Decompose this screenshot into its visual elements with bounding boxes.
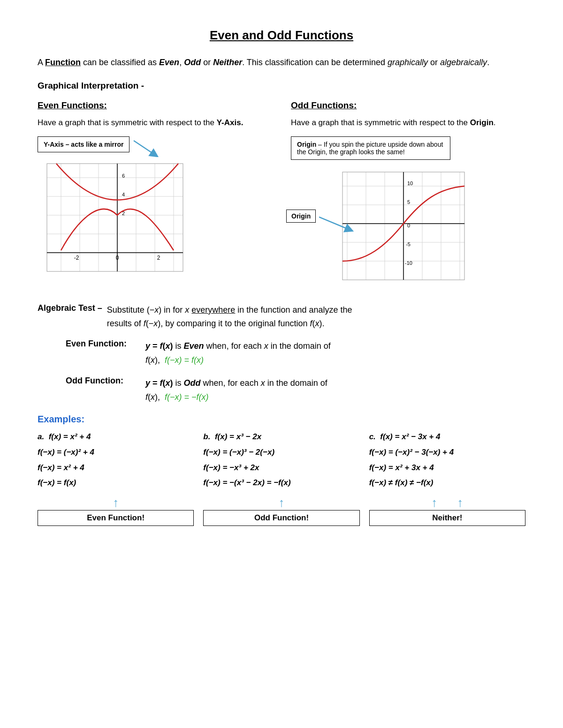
odd-arrow: ↑ [278,495,284,510]
example-a-label: a. f(x) = x² + 4 [38,432,194,442]
word-algebraically: algebraically [440,58,487,67]
neither-arrow-2: ↑ [457,495,463,510]
algebraic-desc: Substitute (−x) in for x everywhere in t… [107,303,352,330]
word-odd: Odd [184,58,201,67]
svg-line-0 [134,141,155,155]
y-axis-arrow [131,138,160,157]
algebraic-heading-row: Algebraic Test – Substitute (−x) in for … [38,303,525,330]
odd-col: Odd Functions: Have a graph that is symm… [291,100,525,289]
example-b-col: b. f(x) = x³ − 2x f(−x) = (−x)³ − 2(−x) … [203,432,359,526]
even-function-graph: -2 0 2 6 4 2 [38,159,188,281]
algebraic-label: Algebraic Test – [38,303,102,313]
odd-rule-label: Odd Function: [66,376,141,386]
example-c-line1: f(−x) = (−x)² − 3(−x) + 4 [369,445,525,460]
example-c-label: c. f(x) = x² − 3x + 4 [369,432,525,442]
example-b-line1: f(−x) = (−x)³ − 2(−x) [203,445,359,460]
example-a-line1: f(−x) = (−x)² + 4 [38,445,194,460]
even-result-box: Even Function! [38,510,194,526]
svg-text:6: 6 [122,173,125,179]
example-c-line2: f(−x) = x² + 3x + 4 [369,461,525,475]
examples-heading: Examples: [38,414,525,425]
even-col-desc: Have a graph that is symmetric with resp… [38,116,272,129]
svg-text:-2: -2 [74,255,79,261]
origin-label-box: Origin [286,210,316,223]
svg-text:0: 0 [116,255,119,261]
odd-col-title: Odd Functions: [291,100,525,111]
origin-annotation-box: Origin – If you spin the picture upside … [291,136,450,160]
word-even: Even [159,58,179,67]
example-c-line3: f(−x) ≠ f(x) ≠ −f(x) [369,476,525,490]
y-axis-annotation-box: Y-Axis – acts like a mirror [38,136,129,152]
example-c-col: c. f(x) = x² − 3x + 4 f(−x) = (−x)² − 3(… [369,432,525,526]
even-col: Even Functions: Have a graph that is sym… [38,100,272,289]
even-col-title: Even Functions: [38,100,272,111]
odd-rule-desc: y = f(x) is Odd when, for each x in the … [145,376,327,405]
odd-col-desc: Have a graph that is symmetric with resp… [291,116,525,129]
example-b-label: b. f(x) = x³ − 2x [203,432,359,442]
even-rule-row: Even Function: y = f(x) is Even when, fo… [66,339,525,368]
example-a-line3: f(−x) = f(x) [38,476,194,490]
examples-section: Examples: a. f(x) = x² + 4 f(−x) = (−x)²… [38,414,525,526]
example-b-line2: f(−x) = −x³ + 2x [203,461,359,475]
svg-text:0: 0 [407,223,410,228]
svg-line-22 [319,217,350,230]
even-arrow: ↑ [113,495,119,510]
svg-text:-10: -10 [405,260,412,266]
word-graphically: graphically [388,58,428,67]
svg-text:-5: -5 [406,241,411,247]
page-title: Even and Odd Functions [38,28,525,43]
origin-arrow [319,213,357,237]
svg-text:2: 2 [157,255,160,261]
word-function: Function [45,58,81,67]
odd-result-box: Odd Function! [203,510,359,526]
neither-arrow-1: ↑ [431,495,437,510]
graphical-heading: Graphical Interpretation - [38,81,525,91]
algebraic-section: Algebraic Test – Substitute (−x) in for … [38,303,525,405]
svg-text:5: 5 [407,199,410,205]
neither-result-box: Neither! [369,510,525,526]
examples-grid: a. f(x) = x² + 4 f(−x) = (−x)² + 4 f(−x)… [38,432,525,526]
intro-paragraph: A Function can be classified as Even, Od… [38,56,525,69]
even-rule-desc: y = f(x) is Even when, for each x in the… [145,339,331,368]
even-rule-label: Even Function: [66,339,141,349]
example-a-col: a. f(x) = x² + 4 f(−x) = (−x)² + 4 f(−x)… [38,432,194,526]
example-b-line3: f(−x) = −(x³ − 2x) = −f(x) [203,476,359,490]
svg-text:4: 4 [122,192,125,197]
svg-text:10: 10 [407,180,413,186]
odd-rule-row: Odd Function: y = f(x) is Odd when, for … [66,376,525,405]
graphical-columns: Even Functions: Have a graph that is sym… [38,100,525,289]
example-a-line2: f(−x) = x² + 4 [38,461,194,475]
word-neither: Neither [213,58,242,67]
